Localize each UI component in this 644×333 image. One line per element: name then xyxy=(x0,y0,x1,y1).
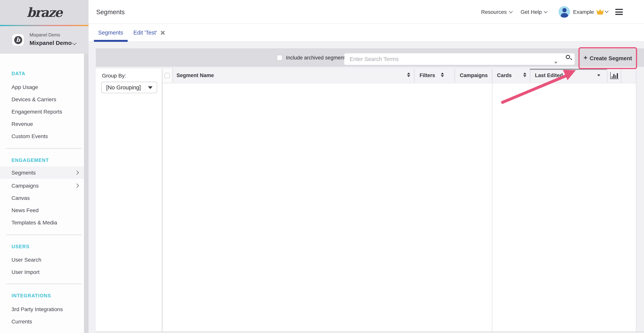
sidebar-item-app-usage[interactable]: App Usage xyxy=(12,81,38,93)
divider xyxy=(6,283,82,284)
sidebar-item-user-import[interactable]: User Import xyxy=(12,266,40,278)
tab-bar: Segments Edit 'Test' xyxy=(88,24,644,42)
column-segment-name[interactable]: Segment Name xyxy=(176,69,214,83)
sidebar-item-user-search[interactable]: User Search xyxy=(12,254,42,266)
column-separator xyxy=(172,69,173,83)
sidebar-section-integrations: INTEGRATIONS xyxy=(12,292,51,300)
column-campaigns[interactable]: Campaigns xyxy=(460,69,488,83)
segments-toolbar: Include archived segments xyxy=(96,48,644,67)
sidebar-item-engagement-reports[interactable]: Engagement Reports xyxy=(12,106,62,118)
column-separator xyxy=(414,69,414,83)
select-all-checkbox[interactable] xyxy=(164,73,170,78)
get-help-menu[interactable]: Get Help xyxy=(520,0,547,24)
crown-icon xyxy=(596,9,604,15)
search-input[interactable] xyxy=(344,53,574,65)
sidebar-item-custom-events[interactable]: Custom Events xyxy=(12,130,48,142)
page-title: Segments xyxy=(96,0,125,24)
chevron-down-icon xyxy=(544,10,548,13)
chevron-right-icon xyxy=(74,184,79,188)
top-header: Segments Resources Get Help Example xyxy=(88,0,644,24)
sidebar-item-revenue[interactable]: Revenue xyxy=(12,118,33,130)
table-bottom-border xyxy=(96,331,644,332)
sidebar-scrollbar[interactable] xyxy=(84,54,88,333)
sort-icon[interactable] xyxy=(407,72,410,77)
workspace-name: Mixpanel Demo xyxy=(30,40,72,46)
search-dropdown-caret-icon[interactable] xyxy=(554,62,557,64)
column-separator xyxy=(620,69,621,83)
chevron-down-icon xyxy=(509,10,513,13)
user-menu[interactable]: Example xyxy=(573,0,594,24)
braze-logo: braze xyxy=(27,5,62,20)
resources-menu[interactable]: Resources xyxy=(481,0,512,24)
sort-desc-icon[interactable] xyxy=(597,74,600,76)
logo-band: braze xyxy=(0,0,88,25)
tab-segments[interactable]: Segments xyxy=(98,24,123,42)
sidebar-item-currents[interactable]: Currents xyxy=(12,315,32,328)
search-icon[interactable] xyxy=(566,55,572,61)
column-separator xyxy=(607,69,608,83)
select-all-cell xyxy=(162,69,172,83)
include-archived-checkbox[interactable] xyxy=(277,55,282,61)
chevron-down-icon[interactable] xyxy=(605,9,608,13)
sidebar-item-3rd-party-integrations[interactable]: 3rd Party Integrations xyxy=(12,303,63,315)
avatar[interactable] xyxy=(558,6,570,18)
sidebar-item-campaigns[interactable]: Campaigns xyxy=(12,180,39,192)
annotation-arrow xyxy=(494,67,583,109)
sidebar-section-engagement: ENGAGEMENT xyxy=(12,157,49,164)
workspace-selector[interactable]: b Mixpanel Demo Mixpanel Demo xyxy=(0,26,88,54)
create-segment-button[interactable]: + Create Segment xyxy=(578,47,637,69)
braze-b-icon: b xyxy=(14,36,22,44)
sidebar-item-devices-carriers[interactable]: Devices & Carriers xyxy=(12,93,56,106)
divider xyxy=(6,234,82,235)
hamburger-menu-icon[interactable] xyxy=(615,9,623,15)
chevron-right-icon xyxy=(74,171,79,175)
include-archived-label: Include archived segments xyxy=(286,48,348,67)
table-scrollbar-gutter[interactable] xyxy=(636,69,644,331)
tab-edit-test[interactable]: Edit 'Test' xyxy=(134,24,165,42)
workspace-app-icon: b xyxy=(12,34,24,46)
analytics-chart-icon[interactable] xyxy=(610,72,618,79)
column-separator xyxy=(454,69,455,83)
sidebar: braze b Mixpanel Demo Mixpanel Demo DATA… xyxy=(0,0,88,333)
group-by-label: Group By: xyxy=(102,72,126,79)
sidebar-item-segments[interactable]: Segments xyxy=(0,167,84,179)
workspace-app-label: Mixpanel Demo xyxy=(30,33,60,37)
avatar-body xyxy=(560,13,568,18)
active-tab-underline xyxy=(94,40,128,42)
dropdown-caret-icon xyxy=(148,86,152,89)
group-by-panel: Group By: [No Grouping] xyxy=(96,69,162,331)
close-icon[interactable] xyxy=(160,30,165,35)
divider xyxy=(6,148,82,149)
sidebar-item-news-feed[interactable]: News Feed xyxy=(12,204,39,216)
braze-dashboard: braze b Mixpanel Demo Mixpanel Demo DATA… xyxy=(0,0,644,333)
column-separator xyxy=(492,69,492,83)
avatar-head xyxy=(562,8,566,12)
sidebar-item-canvas[interactable]: Canvas xyxy=(12,192,30,204)
sidebar-item-templates-media[interactable]: Templates & Media xyxy=(12,216,57,229)
sort-icon[interactable] xyxy=(441,72,444,77)
frozen-column-divider xyxy=(492,83,492,331)
chevron-down-icon[interactable] xyxy=(72,41,77,45)
plus-icon: + xyxy=(584,54,588,62)
sidebar-section-users: USERS xyxy=(12,243,30,250)
column-filters[interactable]: Filters xyxy=(420,69,435,83)
segments-table-body xyxy=(162,83,636,331)
sidebar-section-data: DATA xyxy=(12,70,25,78)
group-by-dropdown[interactable]: [No Grouping] xyxy=(101,82,157,93)
